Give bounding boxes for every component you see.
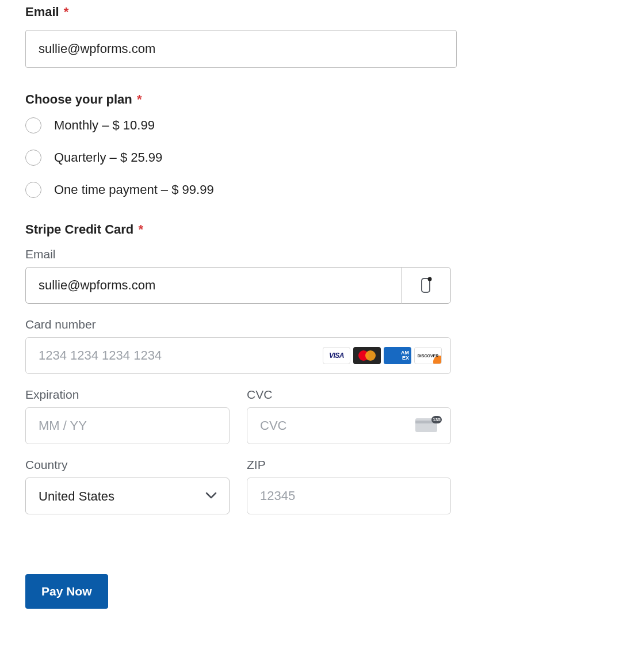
required-mark: * [138, 222, 143, 236]
stripe-email-input[interactable] [25, 267, 402, 304]
country-zip-row: Country United States ZIP [25, 458, 451, 514]
required-mark: * [137, 92, 142, 106]
radio-circle-icon [25, 117, 41, 133]
expiration-label: Expiration [25, 388, 230, 402]
zip-input[interactable] [247, 478, 451, 514]
visa-icon: VISA [323, 347, 350, 364]
plan-option-monthly[interactable]: Monthly – $ 10.99 [25, 117, 617, 133]
cvc-card-icon: 135 [415, 416, 442, 436]
card-input-wrapper: VISA AMEX DISCOVER [25, 337, 451, 374]
plan-radio-list: Monthly – $ 10.99 Quarterly – $ 25.99 On… [25, 117, 617, 198]
country-field: Country United States [25, 458, 230, 514]
card-number-label: Card number [25, 318, 451, 331]
card-number-field: Card number VISA AMEX DISCOVER [25, 318, 451, 374]
stripe-field-group: Stripe Credit Card * Email Card number [25, 222, 617, 514]
cvc-label: CVC [247, 388, 451, 402]
pay-now-button[interactable]: Pay Now [25, 574, 108, 609]
stripe-section: Email Card number VISA [25, 247, 451, 514]
mastercard-icon [353, 347, 381, 364]
plan-option-label: One time payment – $ 99.99 [54, 182, 214, 197]
autofill-button[interactable] [402, 267, 451, 304]
required-mark: * [64, 5, 69, 19]
stripe-label-text: Stripe Credit Card [25, 222, 133, 236]
plan-option-quarterly[interactable]: Quarterly – $ 25.99 [25, 150, 617, 166]
radio-circle-icon [25, 150, 41, 166]
plan-option-label: Monthly – $ 10.99 [54, 118, 155, 133]
plan-field-group: Choose your plan * Monthly – $ 10.99 Qua… [25, 92, 617, 198]
card-brands: VISA AMEX DISCOVER [323, 347, 442, 364]
discover-icon: DISCOVER [414, 347, 442, 364]
expiration-input[interactable] [25, 407, 230, 444]
country-label: Country [25, 458, 230, 472]
phone-icon [418, 277, 434, 294]
plan-option-label: Quarterly – $ 25.99 [54, 150, 162, 165]
stripe-email-wrapper [25, 267, 451, 304]
radio-circle-icon [25, 182, 41, 198]
cvc-field: CVC 135 [247, 388, 451, 444]
email-label-text: Email [25, 5, 59, 19]
email-label: Email * [25, 5, 617, 20]
stripe-email-label: Email [25, 247, 451, 261]
country-select[interactable]: United States [25, 478, 230, 514]
zip-field: ZIP [247, 458, 451, 514]
stripe-email-field: Email [25, 247, 451, 304]
stripe-label: Stripe Credit Card * [25, 222, 617, 237]
plan-label-text: Choose your plan [25, 92, 132, 106]
svg-text:135: 135 [433, 417, 441, 422]
svg-point-1 [428, 277, 432, 281]
email-field-group: Email * [25, 5, 617, 68]
plan-option-onetime[interactable]: One time payment – $ 99.99 [25, 182, 617, 198]
expiration-field: Expiration [25, 388, 230, 444]
email-input[interactable] [25, 30, 457, 68]
amex-icon: AMEX [384, 347, 411, 364]
plan-label: Choose your plan * [25, 92, 617, 107]
zip-label: ZIP [247, 458, 451, 472]
expiration-cvc-row: Expiration CVC 135 [25, 388, 451, 444]
